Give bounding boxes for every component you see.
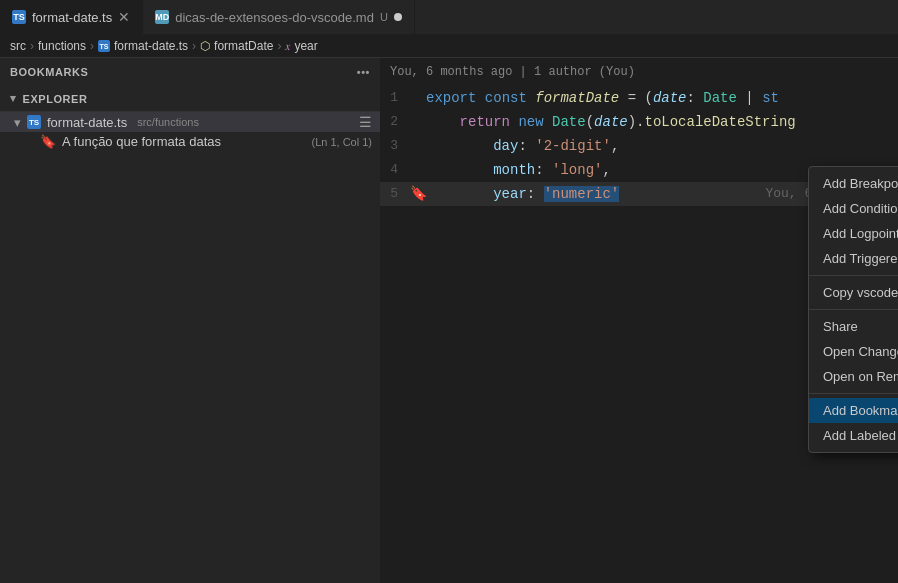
breadcrumb-file-icon: TS bbox=[98, 40, 110, 52]
ctx-add-triggered-label: Add Triggered Breakpoint... bbox=[823, 251, 898, 266]
ctx-add-conditional-breakpoint[interactable]: Add Conditional Breakpoint... bbox=[809, 196, 898, 221]
line-gutter-5: 🔖 bbox=[410, 182, 426, 206]
ctx-add-bookmark-label: Add Bookmark bbox=[823, 403, 898, 418]
ctx-add-triggered-breakpoint[interactable]: Add Triggered Breakpoint... bbox=[809, 246, 898, 271]
ctx-open-changes[interactable]: Open Changes › bbox=[809, 339, 898, 364]
breadcrumb: src › functions › TS format-date.ts › ⬡ … bbox=[0, 35, 898, 58]
bookmark-entry-icon: 🔖 bbox=[40, 134, 56, 149]
bookmark-entry-label: A função que formata datas bbox=[62, 134, 221, 149]
git-blame-header: You, 6 months ago | 1 author (You) bbox=[380, 58, 898, 86]
bookmarks-label: BOOKMARKS bbox=[10, 66, 88, 78]
tab-format-date[interactable]: TS format-date.ts ✕ bbox=[0, 0, 143, 34]
code-content-1: export const formatDate = (date: Date | … bbox=[426, 86, 898, 110]
line-num-1: 1 bbox=[380, 86, 410, 110]
bookmark-line-info: (Ln 1, Col 1) bbox=[311, 136, 372, 148]
ctx-add-labeled-bookmark[interactable]: Add Labeled Bookmark bbox=[809, 423, 898, 448]
context-menu: Add Breakpoint Add Conditional Breakpoin… bbox=[808, 166, 898, 453]
code-line-2: 2 return new Date(date).toLocaleDateStri… bbox=[380, 110, 898, 134]
sidebar-file-row[interactable]: ▾ TS format-date.ts src/functions ☰ bbox=[0, 112, 380, 132]
ctx-share[interactable]: Share › bbox=[809, 314, 898, 339]
tab-modified-label: U bbox=[380, 11, 388, 23]
ctx-add-conditional-label: Add Conditional Breakpoint... bbox=[823, 201, 898, 216]
line-num-2: 2 bbox=[380, 110, 410, 134]
md-file-icon: MD bbox=[155, 10, 169, 24]
line-num-3: 3 bbox=[380, 134, 410, 158]
breadcrumb-sep-4: › bbox=[277, 39, 281, 53]
breadcrumb-sep-1: › bbox=[30, 39, 34, 53]
ctx-share-label: Share bbox=[823, 319, 858, 334]
breadcrumb-fn-icon: ⬡ bbox=[200, 39, 210, 53]
sidebar-file-name: format-date.ts bbox=[47, 115, 127, 130]
tab-dicas-label: dicas-de-extensoes-do-vscode.md bbox=[175, 10, 374, 25]
tab-bar: TS format-date.ts ✕ MD dicas-de-extensoe… bbox=[0, 0, 898, 35]
breadcrumb-filename[interactable]: format-date.ts bbox=[114, 39, 188, 53]
more-icon[interactable]: ••• bbox=[357, 66, 370, 78]
ctx-open-remote-web[interactable]: Open on Remote (Web) › bbox=[809, 364, 898, 389]
tab-dicas[interactable]: MD dicas-de-extensoes-do-vscode.md U bbox=[143, 0, 415, 34]
breadcrumb-sep-2: › bbox=[90, 39, 94, 53]
code-line-1: 1 export const formatDate = (date: Date … bbox=[380, 86, 898, 110]
ctx-copy-vscode-link-label: Copy vscode.dev Link bbox=[823, 285, 898, 300]
ctx-add-logpoint-label: Add Logpoint... bbox=[823, 226, 898, 241]
breadcrumb-src[interactable]: src bbox=[10, 39, 26, 53]
sidebar-bookmarks-header: BOOKMARKS ••• bbox=[0, 58, 380, 86]
ctx-sep-3 bbox=[809, 393, 898, 394]
ctx-add-breakpoint-label: Add Breakpoint bbox=[823, 176, 898, 191]
line-num-4: 4 bbox=[380, 158, 410, 182]
ctx-add-breakpoint[interactable]: Add Breakpoint bbox=[809, 171, 898, 196]
line-num-5: 5 bbox=[380, 182, 410, 206]
ctx-add-labeled-bookmark-label: Add Labeled Bookmark bbox=[823, 428, 898, 443]
breadcrumb-year[interactable]: year bbox=[294, 39, 317, 53]
sidebar-file-icon: TS bbox=[27, 115, 41, 129]
ctx-open-changes-label: Open Changes bbox=[823, 344, 898, 359]
explorer-header: ▾ EXPLORER bbox=[0, 86, 380, 112]
code-content-2: return new Date(date).toLocaleDateString bbox=[426, 110, 898, 134]
ctx-copy-vscode-link[interactable]: Copy vscode.dev Link bbox=[809, 280, 898, 305]
tab-format-date-label: format-date.ts bbox=[32, 10, 112, 25]
ctx-add-logpoint[interactable]: Add Logpoint... bbox=[809, 221, 898, 246]
ts-file-icon: TS bbox=[12, 10, 26, 24]
ctx-open-remote-label: Open on Remote (Web) bbox=[823, 369, 898, 384]
breadcrumb-functions[interactable]: functions bbox=[38, 39, 86, 53]
tab-unsaved-dot bbox=[394, 13, 402, 21]
sidebar-header-icons: ••• bbox=[357, 66, 370, 78]
explorer-collapse-icon[interactable]: ▾ bbox=[10, 92, 17, 105]
code-content-3: day: '2-digit', bbox=[426, 134, 898, 158]
ctx-sep-2 bbox=[809, 309, 898, 310]
main-area: BOOKMARKS ••• ▾ EXPLORER ▾ TS format-dat… bbox=[0, 58, 898, 583]
sidebar-bookmark-entry[interactable]: 🔖 A função que formata datas (Ln 1, Col … bbox=[0, 132, 380, 151]
explorer-label: EXPLORER bbox=[23, 93, 88, 105]
sidebar-filter-icon[interactable]: ☰ bbox=[359, 114, 372, 130]
code-line-3: 3 day: '2-digit', bbox=[380, 134, 898, 158]
ctx-add-bookmark[interactable]: Add Bookmark bbox=[809, 398, 898, 423]
sidebar-expand-icon: ▾ bbox=[14, 115, 21, 130]
editor-area: You, 6 months ago | 1 author (You) 1 exp… bbox=[380, 58, 898, 583]
breadcrumb-sep-3: › bbox=[192, 39, 196, 53]
code-content-5: year: 'numeric' bbox=[426, 182, 745, 206]
ctx-sep-1 bbox=[809, 275, 898, 276]
breadcrumb-formatdate[interactable]: formatDate bbox=[214, 39, 273, 53]
tab-close-icon[interactable]: ✕ bbox=[118, 10, 130, 24]
sidebar: BOOKMARKS ••• ▾ EXPLORER ▾ TS format-dat… bbox=[0, 58, 380, 583]
sidebar-file-path: src/functions bbox=[137, 116, 199, 128]
breadcrumb-symbol-icon: 𝑥 bbox=[285, 39, 290, 53]
